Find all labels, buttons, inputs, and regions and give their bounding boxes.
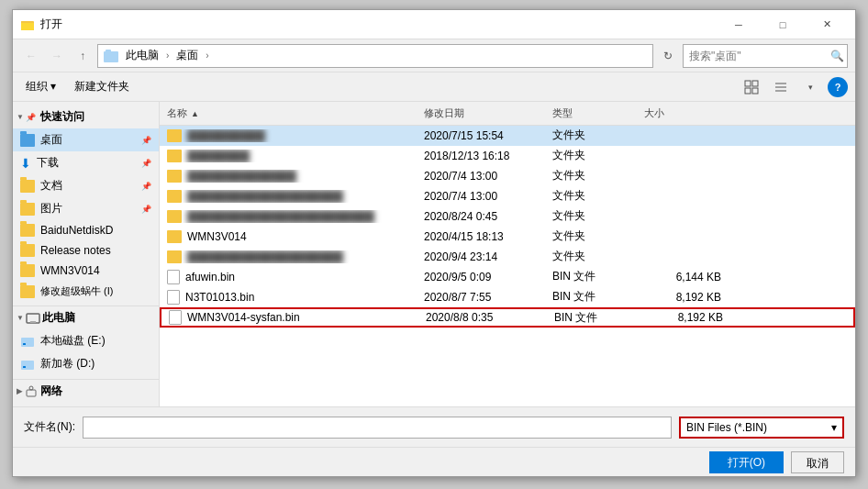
pictures-folder-icon bbox=[20, 203, 35, 216]
file-name-cell: ████████████████████ bbox=[160, 190, 417, 203]
file-type: 文件夹 bbox=[545, 148, 637, 163]
table-row[interactable]: ██████████████ 2020/7/4 13:00 文件夹 bbox=[160, 166, 855, 186]
view-chevron-button[interactable]: ▾ bbox=[798, 75, 822, 99]
file-name-cell: ██████████ bbox=[160, 129, 417, 142]
svg-rect-3 bbox=[104, 51, 118, 62]
path-pc[interactable]: 此电脑 bbox=[122, 47, 162, 64]
bin-file-icon bbox=[167, 270, 180, 284]
back-button[interactable]: ← bbox=[20, 45, 42, 67]
sidebar-item-new-volume[interactable]: 新加卷 (D:) bbox=[13, 352, 159, 375]
this-pc-icon bbox=[26, 312, 40, 325]
file-name-cell: ████████ bbox=[160, 150, 417, 162]
file-name: WMN3V014-sysfan.bin bbox=[187, 311, 300, 324]
sidebar-desktop-label: 桌面 bbox=[40, 132, 62, 148]
svg-rect-2 bbox=[21, 21, 27, 23]
up-button[interactable]: ↑ bbox=[72, 45, 94, 67]
title-controls: ─ □ ✕ bbox=[718, 10, 848, 39]
open-button[interactable]: 打开(O) bbox=[709, 451, 784, 473]
sidebar-item-baidu[interactable]: BaiduNetdiskD bbox=[13, 220, 159, 240]
release-notes-folder-icon bbox=[20, 244, 35, 257]
folder-icon bbox=[167, 190, 182, 203]
file-type: BIN 文件 bbox=[545, 289, 637, 305]
sidebar-item-release-notes[interactable]: Release notes bbox=[13, 240, 159, 261]
network-chevron: ▶ bbox=[17, 387, 22, 395]
address-path[interactable]: 此电脑 › 桌面 › bbox=[97, 44, 653, 68]
file-date: 2020/8/8 0:35 bbox=[418, 311, 547, 324]
sidebar-item-local-disk[interactable]: 本地磁盘 (E:) bbox=[13, 329, 159, 352]
file-name-cell: ████████████████████ bbox=[160, 250, 417, 263]
table-row[interactable]: ████████████████████ 2020/7/4 13:00 文件夹 bbox=[160, 186, 855, 206]
file-name-cell: WMN3V014-sysfan.bin bbox=[161, 310, 418, 325]
table-row[interactable]: WMN3V014 2020/4/15 18:13 文件夹 bbox=[160, 227, 855, 247]
svg-rect-4 bbox=[106, 50, 111, 52]
pictures-pin-icon: 📌 bbox=[141, 205, 151, 214]
close-button[interactable]: ✕ bbox=[806, 10, 848, 39]
file-date: 2020/8/7 7:55 bbox=[417, 291, 545, 304]
search-box[interactable]: 🔍 bbox=[683, 44, 848, 68]
file-name: ████████████████████████ bbox=[187, 210, 374, 223]
file-type: 文件夹 bbox=[545, 188, 637, 204]
table-row[interactable]: afuwin.bin 2020/9/5 0:09 BIN 文件 6,144 KB bbox=[160, 267, 855, 287]
col-name-header[interactable]: 名称 ▲ bbox=[160, 106, 417, 120]
sidebar-release-notes-label: Release notes bbox=[40, 244, 111, 257]
this-pc-chevron: ▼ bbox=[17, 314, 24, 322]
table-row[interactable]: ████████ 2018/12/13 16:18 文件夹 bbox=[160, 146, 855, 166]
sidebar: ▼ 📌 快速访问 桌面 📌 ⬇ 下载 📌 文档 📌 图片 bbox=[13, 102, 160, 406]
file-date: 2020/9/5 0:09 bbox=[417, 271, 545, 283]
file-type: 文件夹 bbox=[545, 249, 637, 264]
file-type: 文件夹 bbox=[545, 228, 637, 244]
svg-rect-14 bbox=[21, 338, 34, 347]
quick-access-header[interactable]: ▼ 📌 快速访问 bbox=[13, 106, 159, 128]
desktop-pin-icon: 📌 bbox=[141, 136, 151, 145]
maximize-button[interactable]: □ bbox=[762, 10, 804, 39]
documents-folder-icon bbox=[20, 180, 35, 193]
bottom-bar: 文件名(N): BIN Files (*.BIN) ▾ bbox=[13, 406, 855, 447]
table-row[interactable]: WMN3V014-sysfan.bin 2020/8/8 0:35 BIN 文件… bbox=[160, 307, 855, 328]
new-folder-button[interactable]: 新建文件夹 bbox=[69, 76, 135, 97]
view-controls: ▾ ? bbox=[740, 75, 848, 99]
col-date-header[interactable]: 修改日期 bbox=[417, 106, 545, 120]
filename-input[interactable] bbox=[83, 417, 672, 439]
view-options-button[interactable] bbox=[740, 75, 763, 99]
svg-rect-5 bbox=[745, 81, 751, 86]
path-desktop[interactable]: 桌面 bbox=[172, 47, 202, 64]
network-header[interactable]: ▶ 网络 bbox=[13, 380, 159, 403]
file-name: ████████████████████ bbox=[187, 190, 343, 203]
sidebar-item-wmn3v014[interactable]: WMN3V014 bbox=[13, 261, 159, 281]
col-type-header[interactable]: 类型 bbox=[545, 106, 637, 120]
file-name-cell: afuwin.bin bbox=[160, 270, 417, 284]
sidebar-network-label: 网络 bbox=[40, 383, 62, 399]
this-pc-header[interactable]: ▼ 此电脑 bbox=[13, 306, 159, 329]
forward-button[interactable]: → bbox=[46, 45, 68, 67]
table-row[interactable]: N3T01013.bin 2020/8/7 7:55 BIN 文件 8,192 … bbox=[160, 287, 855, 307]
sidebar-item-chaogui[interactable]: 修改超级蜗牛 (I) bbox=[13, 281, 159, 302]
open-dialog: 打开 ─ □ ✕ ← → ↑ 此电脑 › 桌面 › ↻ 🔍 组织 ▾ 新建文件夹 bbox=[12, 9, 856, 477]
refresh-button[interactable]: ↻ bbox=[657, 45, 679, 67]
col-size-header[interactable]: 大小 bbox=[637, 106, 729, 120]
sidebar-item-pictures[interactable]: 图片 📌 bbox=[13, 197, 159, 220]
search-input[interactable] bbox=[689, 50, 827, 62]
filetype-dropdown[interactable]: BIN Files (*.BIN) ▾ bbox=[679, 417, 844, 439]
file-list-header: 名称 ▲ 修改日期 类型 大小 bbox=[160, 102, 855, 126]
table-row[interactable]: ████████████████████████ 2020/8/24 0:45 … bbox=[160, 206, 855, 227]
sidebar-item-downloads[interactable]: ⬇ 下载 📌 bbox=[13, 151, 159, 174]
file-name: WMN3V014 bbox=[187, 230, 247, 243]
file-type: 文件夹 bbox=[545, 168, 637, 183]
sidebar-item-documents[interactable]: 文档 📌 bbox=[13, 174, 159, 197]
details-view-button[interactable] bbox=[769, 75, 793, 99]
file-size: 8,192 KB bbox=[639, 311, 730, 324]
file-date: 2020/7/4 13:00 bbox=[417, 170, 545, 183]
table-row[interactable]: ██████████ 2020/7/15 15:54 文件夹 bbox=[160, 126, 855, 146]
organize-button[interactable]: 组织 ▾ bbox=[20, 76, 61, 97]
bin-file-icon bbox=[169, 310, 182, 325]
minimize-button[interactable]: ─ bbox=[718, 10, 760, 39]
sidebar-item-desktop[interactable]: 桌面 📌 bbox=[13, 128, 159, 151]
file-date: 2020/8/24 0:45 bbox=[417, 210, 545, 223]
folder-icon bbox=[167, 230, 182, 243]
sidebar-wmn3v014-label: WMN3V014 bbox=[40, 264, 100, 277]
help-button[interactable]: ? bbox=[828, 77, 848, 97]
file-size: 6,144 KB bbox=[637, 271, 729, 283]
local-disk-icon bbox=[20, 335, 35, 348]
cancel-button[interactable]: 取消 bbox=[791, 451, 844, 473]
table-row[interactable]: ████████████████████ 2020/9/4 23:14 文件夹 bbox=[160, 247, 855, 267]
